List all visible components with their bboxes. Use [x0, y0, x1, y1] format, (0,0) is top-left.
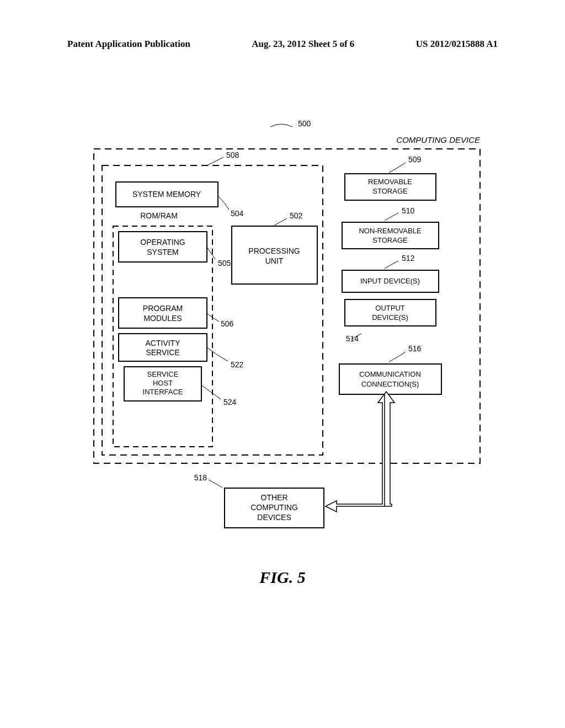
- ref-514: 514: [346, 334, 359, 343]
- leader-522: [207, 347, 228, 361]
- service-host-l1: SERVICE: [147, 370, 179, 378]
- ref-522: 522: [231, 360, 244, 369]
- program-area-box: [113, 226, 212, 447]
- header-row: Patent Application Publication Aug. 23, …: [67, 39, 498, 50]
- leader-512: [385, 261, 398, 269]
- ref-518: 518: [194, 473, 207, 482]
- input-devices-label: INPUT DEVICE(S): [360, 277, 420, 285]
- operating-system-l2: SYSTEM: [147, 248, 179, 256]
- figure-caption: FIG. 5: [0, 568, 565, 587]
- header-center: Aug. 23, 2012 Sheet 5 of 6: [252, 39, 354, 50]
- leader-509: [389, 163, 406, 173]
- diagram: COMPUTING DEVICE 500 508 SYSTEM MEMORY R…: [0, 94, 565, 590]
- leader-504: [218, 196, 229, 210]
- non-removable-storage-box: [342, 222, 439, 249]
- page: Patent Application Publication Aug. 23, …: [0, 0, 565, 728]
- output-devices-l1: OUTPUT: [375, 304, 405, 312]
- leader-500: [270, 124, 292, 127]
- ref-524: 524: [223, 398, 237, 406]
- output-devices-l2: DEVICE(S): [372, 313, 408, 322]
- non-removable-l2: STORAGE: [372, 236, 408, 244]
- activity-service-l2: SERVICE: [146, 348, 179, 357]
- header-left: Patent Application Publication: [67, 39, 190, 50]
- communication-l2: CONNECTION(S): [361, 380, 419, 388]
- leader-516: [389, 352, 406, 362]
- ref-510: 510: [402, 206, 415, 215]
- ref-512: 512: [402, 254, 415, 263]
- operating-system-box: [119, 232, 207, 262]
- header-right: US 2012/0215888 A1: [416, 39, 498, 50]
- operating-system-l1: OPERATING: [140, 238, 185, 247]
- leader-508: [207, 157, 223, 165]
- double-arrow: [324, 392, 395, 513]
- activity-service-l1: ACTIVITY: [145, 339, 180, 347]
- ref-505: 505: [218, 259, 231, 267]
- other-l3: DEVICES: [257, 513, 291, 522]
- output-devices-box: [345, 299, 436, 326]
- ref-509: 509: [408, 155, 422, 164]
- leader-524: [201, 385, 221, 399]
- ref-516: 516: [408, 344, 422, 353]
- processing-unit-l2: UNIT: [265, 256, 284, 265]
- communication-box: [339, 364, 441, 394]
- program-modules-l2: MODULES: [143, 314, 182, 323]
- communication-l1: COMMUNICATION: [359, 370, 421, 378]
- non-removable-l1: NON-REMOVABLE: [359, 227, 421, 235]
- ref-506: 506: [221, 319, 234, 328]
- computing-device-title: COMPUTING DEVICE: [396, 135, 481, 144]
- system-memory-label: SYSTEM MEMORY: [132, 190, 201, 199]
- processing-unit-l1: PROCESSING: [248, 247, 300, 255]
- program-modules-box: [119, 298, 207, 328]
- other-l1: OTHER: [261, 493, 288, 502]
- ref-504: 504: [231, 209, 244, 218]
- ref-508: 508: [226, 151, 239, 159]
- leader-518: [209, 480, 222, 488]
- removable-storage-l2: STORAGE: [372, 187, 408, 195]
- ref-500: 500: [298, 119, 311, 128]
- page-header: Patent Application Publication Aug. 23, …: [0, 39, 565, 50]
- ref-502: 502: [290, 211, 303, 220]
- service-host-l2: HOST: [153, 379, 173, 387]
- leader-510: [385, 213, 398, 221]
- rom-ram-label: ROM/RAM: [140, 211, 178, 220]
- program-modules-l1: PROGRAM: [143, 304, 183, 313]
- leader-502: [273, 218, 287, 226]
- leader-505: [207, 247, 215, 259]
- service-host-l3: INTERFACE: [143, 388, 183, 396]
- other-l2: COMPUTING: [250, 503, 298, 512]
- removable-storage-l1: REMOVABLE: [368, 178, 412, 186]
